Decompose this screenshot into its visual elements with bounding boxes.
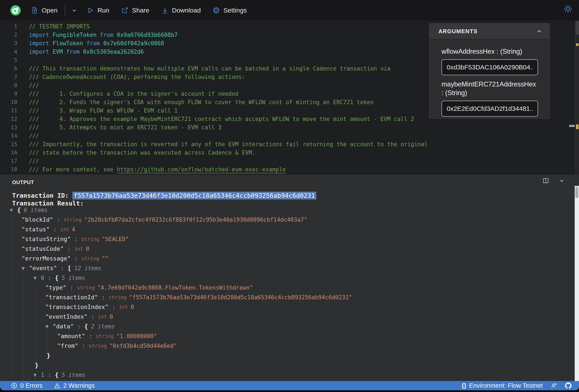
run-button[interactable]: Run: [86, 6, 109, 14]
json-tree-row: "errorMessage" : string"": [0, 254, 573, 263]
collapse-output-chevron-icon[interactable]: [558, 177, 565, 184]
settings-label: Settings: [223, 7, 247, 14]
indent-guide: [22, 283, 33, 292]
indent-guide: [33, 283, 45, 292]
indent-guide: [33, 331, 45, 341]
code-line: 15/// Importantly, the transaction is re…: [0, 140, 579, 148]
collapse-arrow-icon[interactable]: ▼: [45, 324, 53, 329]
play-icon: [86, 6, 94, 14]
code-text: /// 4. Approves the example MaybeMintERC…: [29, 116, 414, 122]
indent-guide: [10, 341, 22, 351]
line-number: 7: [0, 74, 17, 80]
chevron-down-icon: [71, 7, 78, 14]
collapse-arrow-icon[interactable]: ▼: [33, 373, 41, 377]
collapse-arrow-icon[interactable]: ▼: [22, 266, 29, 271]
json-tree-row: "type" : string"A.7e60df042a9c0868.FlowT…: [0, 283, 573, 292]
json-tree-row: "status" : int4: [0, 224, 573, 234]
json-tree-row: ▼1 : {5 items: [0, 370, 573, 380]
indent-guide: [10, 312, 22, 322]
split-editor-icon[interactable]: [542, 177, 549, 184]
editor-scrollbar-thumb[interactable]: [576, 21, 579, 35]
open-button[interactable]: Open: [31, 6, 57, 14]
arguments-title: ARGUMENTS: [438, 28, 478, 35]
indent-guide: [10, 360, 22, 370]
github-button[interactable]: [565, 381, 572, 390]
collapse-arrow-icon[interactable]: ▼: [33, 276, 41, 280]
json-tree-row: "statusString" : string"SEALED": [0, 234, 573, 244]
output-scrollbar-thumb[interactable]: [575, 186, 578, 198]
json-tree-row: }: [0, 360, 573, 370]
code-line: 13/// 5. Attempts to mint an ERC721 toke…: [0, 123, 579, 131]
line-number: 4: [0, 49, 17, 55]
argument-input-maybemint[interactable]: [441, 101, 538, 117]
json-tree-row: "transactionIndex" : int0: [0, 302, 573, 312]
warnings-status[interactable]: 2 Warnings: [54, 381, 95, 390]
code-text: ///: [29, 133, 39, 139]
indent-guide: [10, 254, 22, 263]
indent-guide: [33, 292, 45, 302]
transaction-id-value[interactable]: f557a1573b76aa53e73d46f3e10d200d5c18a653…: [72, 192, 316, 199]
indent-guide: [22, 312, 33, 322]
line-number: 2: [0, 32, 17, 38]
app-window: Open Run Share Download: [0, 0, 579, 390]
code-line: 16/// state before the transaction was e…: [0, 148, 579, 157]
settings-button[interactable]: ⚙ Settings: [213, 6, 247, 14]
share-button[interactable]: Share: [121, 6, 149, 14]
json-tree-row: ▼"events" : [12 items: [0, 263, 573, 273]
chevron-up-icon[interactable]: [536, 28, 543, 35]
indent-guide: [22, 360, 33, 370]
indent-guide: [10, 322, 22, 331]
transaction-id-line: Transaction ID: f557a1573b76aa53e73d46f3…: [12, 192, 316, 199]
download-icon: [161, 6, 169, 14]
argument-label: maybeMintERC721AddressHex : (String): [441, 80, 538, 97]
line-number: 9: [0, 91, 17, 97]
download-button[interactable]: Download: [161, 6, 201, 14]
indent-guide: [22, 331, 33, 341]
status-bar: 0 Errors 2 Warnings {} Environment: Flow…: [0, 381, 579, 390]
code-text: /// For more context, see https://github…: [29, 166, 286, 173]
run-label: Run: [97, 7, 109, 14]
line-number: 6: [0, 65, 17, 72]
feedback-button[interactable]: [551, 381, 557, 390]
indent-guide: [10, 234, 22, 244]
code-text: /// Importantly, the transaction is reve…: [29, 141, 428, 148]
json-tree-row: "from" : string"0xfd3b4cd50d44e6ed": [0, 341, 573, 351]
share-icon: [121, 6, 129, 14]
editor-scrollbar[interactable]: [575, 20, 579, 175]
code-text: import FlowToken from 0x7e60df042a9c0868: [29, 40, 164, 47]
indent-guide: [22, 322, 33, 331]
line-number: 3: [0, 40, 17, 46]
indent-guide: [10, 302, 22, 312]
code-line: 18/// For more context, see https://gith…: [0, 165, 579, 173]
toolbar-divider: [65, 5, 65, 16]
output-scrollbar[interactable]: [575, 186, 579, 381]
transaction-id-label: Transaction ID:: [12, 192, 72, 199]
indent-guide: [45, 341, 57, 351]
arguments-panel-header[interactable]: ARGUMENTS: [430, 23, 549, 40]
overview-selection-mark: [569, 125, 575, 127]
line-number: 1: [0, 23, 17, 30]
warnings-count: 2 Warnings: [63, 382, 95, 389]
argument-input-wflow[interactable]: [441, 59, 538, 75]
theme-toggle-button[interactable]: [563, 4, 573, 14]
json-tree: ▼{6 items"blockId" : string"2b28cbfb87da…: [0, 205, 573, 381]
indent-guide: [22, 292, 33, 302]
collapse-arrow-icon[interactable]: ▼: [10, 208, 17, 212]
environment-selector[interactable]: {} Environment: Flow Testnet: [462, 381, 543, 390]
indent-guide: [10, 224, 22, 234]
code-text: /// 3. Wraps FLOW as WFLOW - EVM call 1: [29, 107, 178, 114]
open-recent-dropdown[interactable]: [71, 7, 78, 14]
output-panel: OUTPUT Transaction ID: f557a1573b76aa53e…: [0, 175, 579, 381]
code-line: 14///: [0, 131, 579, 140]
errors-status[interactable]: 0 Errors: [11, 381, 43, 390]
code-text: ///: [29, 158, 39, 164]
feedback-person-icon: [551, 382, 557, 389]
errors-count: 0 Errors: [20, 382, 43, 389]
line-number: 5: [0, 57, 17, 63]
code-text: import EVM from 0x8c5303eaa26202d6: [29, 49, 144, 55]
json-tree-row: "transactionId" : string"f557a1573b76aa5…: [0, 292, 573, 302]
arguments-body: wflowAddressHex : (String) maybeMintERC7…: [430, 40, 549, 117]
indent-guide: [22, 302, 33, 312]
line-number: 8: [0, 82, 17, 88]
editor-pane: 1// TESTNET IMPORTS2import FungibleToken…: [0, 20, 579, 175]
